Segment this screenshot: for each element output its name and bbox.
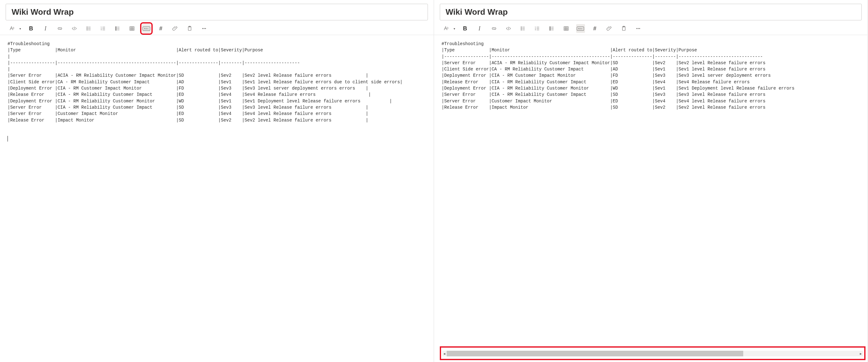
mention-button[interactable]: # [591,24,599,33]
code-button[interactable] [70,24,79,33]
word-wrap-button[interactable]: Abc [576,24,585,33]
editor-nowrap[interactable]: #Troubleshooting |Type |Monitor |Alert r… [434,35,868,362]
left-pane: Wiki Word Wrap ▾ B I 123 Abc # [0,0,434,362]
editor-content: #Troubleshooting |Type |Monitor |Alert r… [442,41,795,110]
format-button[interactable] [7,24,16,33]
editor-content: #Troubleshooting |Type |Monitor |Alert r… [7,41,403,123]
mention-button[interactable]: # [156,24,165,33]
bold-button[interactable]: B [461,24,470,33]
code-button[interactable] [504,24,513,33]
more-button[interactable] [200,24,209,33]
svg-point-28 [638,28,639,29]
page-title: Wiki Word Wrap [446,7,856,17]
svg-rect-9 [130,27,134,30]
svg-rect-23 [550,29,551,30]
link-button[interactable] [490,24,498,33]
svg-point-2 [87,30,88,30]
link-button[interactable] [56,24,64,33]
svg-text:3: 3 [101,29,102,31]
svg-point-27 [637,28,637,29]
svg-text:3: 3 [535,29,536,31]
text-cursor [7,136,8,141]
svg-point-12 [203,28,203,29]
format-button[interactable] [442,24,451,33]
more-button[interactable] [634,24,643,33]
scroll-left-arrow-icon[interactable]: ◄ [442,352,447,355]
paste-button[interactable] [619,24,628,33]
word-wrap-button[interactable]: Abc [142,24,151,33]
numbered-list-button[interactable]: 123 [533,24,542,33]
toolbar: ▾ B I 123 Abc # [434,23,868,35]
bullet-list-button[interactable] [519,24,527,33]
chevron-down-icon: ▾ [20,27,21,30]
table-button[interactable] [562,24,570,33]
scroll-thumb[interactable] [447,351,743,356]
title-bar[interactable]: Wiki Word Wrap [440,4,862,20]
scroll-right-arrow-icon[interactable]: ► [859,352,863,355]
bullet-list-button[interactable] [84,24,93,33]
wrap-icon: Abc [143,27,150,31]
title-bar[interactable]: Wiki Word Wrap [6,4,428,20]
svg-point-16 [521,28,521,29]
svg-rect-21 [550,27,551,28]
page-title: Wiki Word Wrap [11,7,422,17]
attach-button[interactable] [605,24,614,33]
table-button[interactable] [128,24,136,33]
attach-button[interactable] [171,24,180,33]
italic-button[interactable]: I [475,24,484,33]
right-pane: Wiki Word Wrap ▾ B I 123 Abc # [434,0,868,362]
svg-point-0 [87,27,88,28]
svg-point-29 [639,28,640,29]
chevron-down-icon: ▾ [454,27,455,30]
checklist-button[interactable] [113,24,122,33]
svg-point-15 [521,27,521,28]
svg-point-17 [521,30,521,30]
svg-rect-6 [115,27,116,28]
svg-rect-22 [550,28,551,29]
paste-button[interactable] [185,24,194,33]
svg-rect-24 [564,27,568,30]
numbered-list-button[interactable]: 123 [99,24,107,33]
checklist-button[interactable] [547,24,556,33]
svg-point-14 [205,28,206,29]
horizontal-scrollbar[interactable]: ◄ ► [442,351,863,356]
wrap-icon: Abc [577,27,584,31]
svg-point-13 [204,28,205,29]
svg-rect-8 [115,29,116,30]
bold-button[interactable]: B [27,24,35,33]
svg-rect-7 [115,28,116,29]
italic-button[interactable]: I [41,24,50,33]
editor-wrapped[interactable]: #Troubleshooting |Type |Monitor |Alert r… [0,35,434,362]
toolbar: ▾ B I 123 Abc # [0,23,434,35]
svg-point-1 [87,28,88,29]
scroll-track[interactable] [447,351,859,356]
